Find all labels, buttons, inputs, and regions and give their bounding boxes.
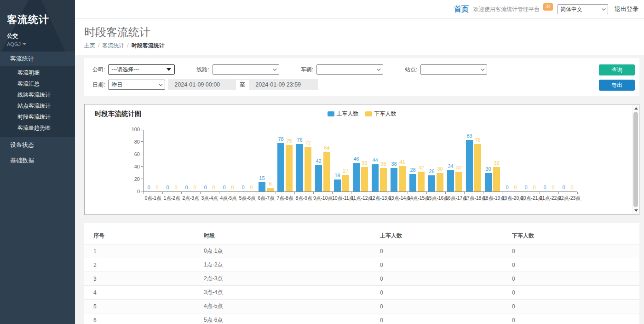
company-select[interactable]: ---请选择--- <box>108 64 175 75</box>
cell: 0点-1点 <box>200 244 376 258</box>
legend-swatch <box>328 111 334 116</box>
cell: 2点-3点 <box>200 272 376 286</box>
x-axis-label: 20点-21点 <box>521 195 540 202</box>
date-label: 日期: <box>92 81 105 89</box>
main-column: 首页 欢迎使用客流统计管理平台 34 简体中文 退出登录 时段客流统计 主页/客… <box>75 0 644 324</box>
y-axis-label: 100 <box>124 127 140 132</box>
x-axis-tick <box>389 192 389 194</box>
vehicle-select[interactable] <box>316 64 383 75</box>
bar-上车人数 <box>334 179 341 191</box>
chart-scrollbar[interactable] <box>632 105 638 214</box>
x-axis-label: 18点-19点 <box>483 195 502 202</box>
sidebar-item-线路客流统计[interactable]: 线路客流统计 <box>0 89 75 100</box>
logout-link[interactable]: 退出登录 <box>615 5 638 13</box>
breadcrumb-item[interactable]: 主页 <box>84 42 95 49</box>
sidebar-item-站点客流统计[interactable]: 站点客流统计 <box>0 100 75 111</box>
x-axis-tick <box>219 192 219 194</box>
chevron-down-icon <box>602 6 605 10</box>
date-range-separator: 至 <box>236 79 249 90</box>
bar-下车人数 <box>437 173 443 192</box>
station-select[interactable] <box>420 64 487 75</box>
scroll-down-icon[interactable] <box>634 209 638 212</box>
chevron-down-icon <box>273 67 276 70</box>
bar-value-label: 6 <box>263 181 277 186</box>
page-heading: 时段客流统计 主页/客流统计/时段客流统计 <box>75 19 644 55</box>
sidebar-item-客流统计[interactable]: 客流统计 <box>0 52 75 66</box>
vehicle-label: 车辆: <box>301 66 313 74</box>
x-axis-tick <box>351 192 351 194</box>
bar-上车人数 <box>315 165 322 191</box>
date-to-input[interactable]: 2024-01-09 23:59 <box>249 79 318 90</box>
x-axis-tick <box>238 192 238 194</box>
sidebar-item-客流汇总[interactable]: 客流汇总 <box>0 78 75 89</box>
sidebar-item-设备状态[interactable]: 设备状态 <box>0 137 75 153</box>
breadcrumb: 主页/客流统计/时段客流统计 <box>84 42 635 50</box>
y-axis-tick <box>141 191 143 191</box>
y-axis-label: 0 <box>124 189 140 194</box>
x-axis-label: 22点-23点 <box>558 195 577 202</box>
table-row: 32点-3点00 <box>84 272 639 286</box>
legend-label: 下车人数 <box>374 110 397 118</box>
date-from-input[interactable]: 2024-01-09 00:00 <box>168 79 236 90</box>
sidebar-nav: 客流统计客流明细客流汇总线路客流统计站点客流统计时段客流统计客流量趋势图设备状态… <box>0 52 75 168</box>
bar-下车人数 <box>361 167 368 191</box>
cell: 1 <box>84 244 200 258</box>
bar-value-label: 32 <box>452 165 466 170</box>
cell: 0 <box>376 313 508 324</box>
chart-panel: 时段车流统计图 上车人数下车人数 020406080100000点-1点001点… <box>84 104 639 215</box>
x-axis-label: 2点-3点 <box>181 195 200 202</box>
breadcrumb-item[interactable]: 客流统计 <box>102 42 124 49</box>
scrollbar-thumb[interactable] <box>633 112 638 207</box>
cell: 0 <box>376 300 508 313</box>
x-axis-label: 14点-15点 <box>408 195 426 202</box>
x-axis-tick <box>540 192 540 194</box>
table-row: 54点-5点00 <box>84 300 639 313</box>
notification-badge[interactable]: 34 <box>543 3 553 11</box>
table-header-row: 序号时段上车人数下车人数 <box>84 228 639 244</box>
sidebar-item-时段客流统计[interactable]: 时段客流统计 <box>0 111 75 122</box>
page-title: 时段客流统计 <box>84 26 635 39</box>
bar-value-label: 72 <box>301 140 315 145</box>
user-dropdown[interactable]: AQGJ <box>7 41 75 47</box>
bar-chart: 020406080100000点-1点001点-2点002点-3点003点-4点… <box>143 130 577 192</box>
x-axis-tick <box>370 192 370 194</box>
x-axis-tick <box>502 192 502 194</box>
x-axis-tick <box>332 192 333 194</box>
bar-下车人数 <box>286 145 293 191</box>
table-row: 21点-2点00 <box>84 258 639 272</box>
sidebar-item-客流明细[interactable]: 客流明细 <box>0 67 75 78</box>
cell: 0 <box>508 272 639 286</box>
chevron-down-icon <box>159 82 163 86</box>
bar-value-label: 0 <box>565 185 579 190</box>
bar-value-label: 15 <box>255 175 269 181</box>
x-axis-label: 6点-7点 <box>257 195 276 202</box>
sidebar-item-客流量趋势图[interactable]: 客流量趋势图 <box>0 122 75 133</box>
org-label: 公交 <box>7 32 75 40</box>
chevron-down-icon <box>481 67 485 70</box>
cell: 0 <box>508 313 639 324</box>
breadcrumb-separator: / <box>98 42 99 49</box>
data-table-panel: 序号时段上车人数下车人数 10点-1点0021点-2点0032点-3点0043点… <box>84 223 639 324</box>
x-axis-tick <box>200 192 201 194</box>
x-axis-tick <box>426 192 427 194</box>
date-preset-value: 昨日 <box>111 81 122 89</box>
bar-value-label: 64 <box>320 145 334 150</box>
x-axis-label: 15点-16点 <box>426 195 445 202</box>
language-select[interactable]: 简体中文 <box>558 4 608 14</box>
table-row: 10点-1点00 <box>84 244 639 258</box>
x-axis-tick <box>483 192 483 194</box>
cell: 0 <box>508 244 639 258</box>
line-select[interactable] <box>213 64 279 75</box>
bar-上车人数 <box>428 175 435 191</box>
query-button[interactable]: 查询 <box>599 64 635 75</box>
sidebar-submenu: 客流明细客流汇总线路客流统计站点客流统计时段客流统计客流量趋势图 <box>0 66 75 137</box>
bar-上车人数 <box>296 144 303 191</box>
date-preset-select[interactable]: 昨日 <box>108 80 165 90</box>
table-row: 43点-4点00 <box>84 286 639 300</box>
home-link[interactable]: 首页 <box>454 5 469 14</box>
scroll-up-icon[interactable] <box>634 107 638 110</box>
y-axis-label: 20 <box>124 176 140 182</box>
export-button[interactable]: 导出 <box>599 80 635 91</box>
sidebar-item-基础数据[interactable]: 基础数据 <box>0 153 75 168</box>
user-name: AQGJ <box>7 41 21 47</box>
